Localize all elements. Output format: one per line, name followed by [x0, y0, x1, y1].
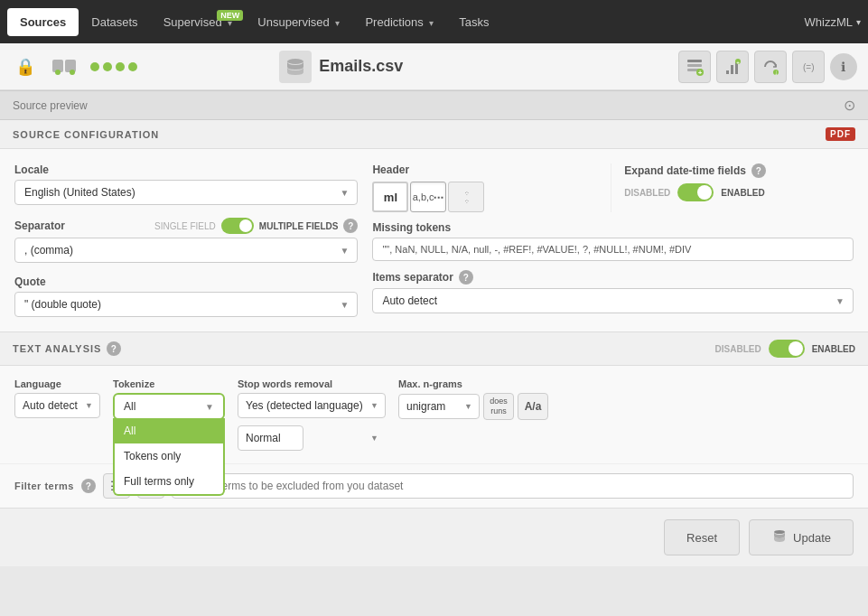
nav-sources[interactable]: Sources — [7, 8, 79, 36]
right-panel: Header ml a,b,c▪▪▪ ·:··:· Expand date-ti… — [372, 163, 854, 317]
locale-group: Locale English (United States) — [14, 163, 358, 205]
does-runs-button[interactable]: doesruns — [483, 393, 514, 420]
tokenize-group: Tokenize All ▼ All Tokens only Full term… — [113, 378, 225, 420]
header-expand-row: Header ml a,b,c▪▪▪ ·:··:· Expand date-ti… — [372, 163, 854, 212]
bottom-bar: Reset Update — [0, 508, 868, 566]
tokenize-label: Tokenize — [113, 378, 225, 389]
tokenize-option-all[interactable]: All — [115, 418, 223, 443]
file-icon — [279, 51, 312, 83]
filter-terms-label: Filter terms — [14, 481, 74, 491]
enabled-label: ENABLED — [721, 188, 764, 198]
tokenize-option-tokens[interactable]: Tokens only — [115, 443, 223, 469]
svg-text:(=): (=) — [803, 62, 815, 72]
tokenize-dropdown: All Tokens only Full terms only — [113, 418, 225, 496]
toolbar: 🔒 Emails.csv — [0, 43, 868, 90]
separator-toggle-group: SINGLE FIELD MULTIPLE FIELDS ? — [154, 218, 358, 234]
expand-datetime-toggle[interactable] — [677, 183, 714, 201]
tokenize-value: All — [124, 400, 200, 413]
transform-action-button[interactable]: (=) — [792, 51, 825, 83]
chevron-down-icon: ▾ — [335, 18, 340, 28]
source-preview-label: Source preview — [13, 99, 88, 112]
separator-select[interactable]: , (comma) — [14, 238, 358, 263]
header-abc-button[interactable]: a,b,c▪▪▪ — [410, 182, 446, 212]
locale-select[interactable]: English (United States) — [14, 180, 358, 205]
quote-group: Quote " (double quote) — [14, 275, 358, 317]
chevron-down-icon: ▾ — [429, 18, 434, 28]
separator-select-wrapper: , (comma) — [14, 238, 358, 263]
tokenize-option-fullterms[interactable]: Full terms only — [115, 469, 223, 494]
process-icon — [49, 51, 81, 83]
language-group: Language Auto detect — [14, 378, 100, 418]
max-ngrams-group: Max. n-grams unigram doesruns A/a — [398, 378, 548, 420]
update-button[interactable]: Update — [749, 519, 854, 555]
nav-unsupervised[interactable]: Unsupervised ▾ — [245, 8, 352, 36]
max-ngrams-label: Max. n-grams — [398, 378, 548, 389]
info-button[interactable]: ℹ — [830, 53, 857, 80]
separator-toggle[interactable] — [221, 218, 254, 234]
text-analysis-toggle[interactable] — [769, 340, 805, 358]
missing-tokens-input[interactable] — [372, 238, 854, 261]
text-analysis-help-icon[interactable]: ? — [107, 341, 121, 356]
missing-tokens-group: Missing tokens — [372, 221, 854, 261]
nav-datasets[interactable]: Datasets — [79, 8, 150, 36]
items-separator-help-icon[interactable]: ? — [459, 270, 473, 285]
items-separator-group: Items separator ? Auto detect — [372, 270, 854, 313]
text-analysis-toggle-group: DISABLED ENABLED — [715, 340, 855, 358]
expand-datetime-help-icon[interactable]: ? — [751, 163, 766, 178]
quote-select[interactable]: " (double quote) — [14, 292, 358, 317]
normal-select[interactable]: Normal — [238, 425, 303, 451]
file-name: Emails.csv — [319, 57, 403, 76]
reset-button[interactable]: Reset — [664, 519, 740, 555]
nav-supervised[interactable]: Supervised NEW ▾ — [151, 8, 246, 36]
svg-rect-11 — [731, 65, 733, 74]
items-separator-label: Items separator — [372, 271, 453, 284]
svg-text:↓: ↓ — [774, 69, 778, 76]
missing-tokens-label: Missing tokens — [372, 221, 854, 234]
filter-terms-input[interactable] — [172, 473, 854, 499]
aa-button[interactable]: A/a — [518, 393, 548, 420]
nav-predictions[interactable]: Predictions ▾ — [352, 8, 446, 36]
stop-words-group: Stop words removal Yes (detected languag… — [238, 378, 386, 451]
dataset-action-button[interactable]: + — [678, 51, 711, 83]
toolbar-actions: + + ↓ (=) ℹ — [678, 51, 857, 83]
svg-point-3 — [70, 70, 75, 75]
chevron-down-icon: ▼ — [205, 402, 214, 412]
chevron-down-icon: ▾ — [856, 17, 861, 27]
text-analysis-header: TEXT ANALYSIS ? DISABLED ENABLED — [0, 331, 868, 366]
filter-terms-help-icon[interactable]: ? — [81, 479, 96, 493]
header-dots-button[interactable]: ·:··:· — [448, 182, 484, 212]
tokenize-dropdown-wrapper: All ▼ All Tokens only Full terms only — [113, 393, 225, 420]
svg-point-4 — [287, 59, 303, 64]
language-label: Language — [14, 378, 100, 389]
nav-tasks[interactable]: Tasks — [446, 8, 501, 36]
svg-rect-5 — [687, 60, 702, 62]
main-content: Locale English (United States) Separator… — [0, 149, 868, 331]
chart-action-button[interactable]: + — [716, 51, 749, 83]
refresh-action-button[interactable]: ↓ — [754, 51, 787, 83]
tokenize-select-row[interactable]: All ▼ — [115, 395, 223, 418]
left-panel: Locale English (United States) Separator… — [14, 163, 358, 317]
multiple-fields-label: MULTIPLE FIELDS — [259, 221, 339, 231]
locale-label: Locale — [14, 163, 358, 176]
items-separator-select-wrapper: Auto detect — [372, 288, 854, 313]
chevron-down-icon: ⊙ — [844, 97, 855, 114]
text-analysis-content: Language Auto detect Tokenize All ▼ All … — [0, 366, 868, 463]
header-ml-button[interactable]: ml — [372, 182, 408, 212]
ta-disabled-label: DISABLED — [715, 344, 761, 354]
svg-point-19 — [774, 530, 785, 534]
new-badge: NEW — [217, 10, 243, 21]
stop-words-select[interactable]: Yes (detected language) — [238, 393, 386, 418]
expand-datetime-label: Expand date-time fields — [624, 164, 746, 177]
ngram-select[interactable]: unigram — [398, 394, 480, 419]
svg-rect-6 — [687, 64, 702, 67]
header-buttons: ml a,b,c▪▪▪ ·:··:· — [372, 182, 602, 212]
user-menu[interactable]: WhizzML ▾ — [805, 15, 861, 29]
language-select[interactable]: Auto detect — [14, 393, 100, 418]
svg-rect-10 — [726, 70, 729, 74]
disabled-label: DISABLED — [624, 188, 670, 198]
pdf-badge[interactable]: PDF — [826, 127, 855, 141]
source-preview-header[interactable]: Source preview ⊙ — [0, 90, 868, 120]
separator-help-icon[interactable]: ? — [343, 219, 358, 233]
stop-words-label: Stop words removal — [238, 378, 386, 389]
items-separator-select[interactable]: Auto detect — [372, 288, 854, 313]
